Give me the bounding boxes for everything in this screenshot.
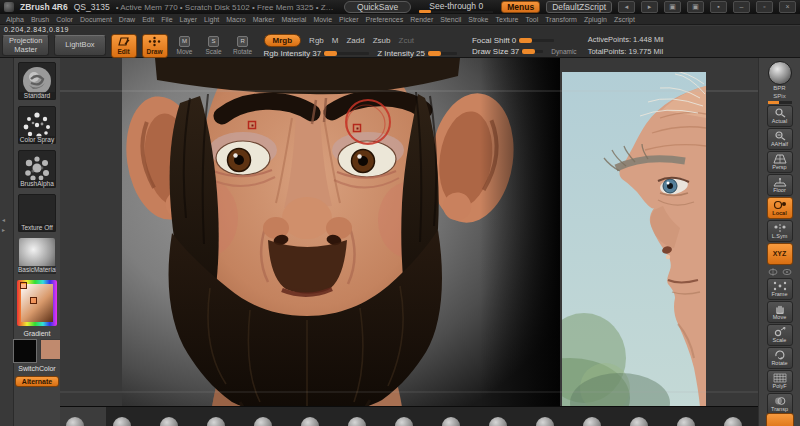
rotate-canvas-button[interactable]: Rotate — [767, 347, 793, 369]
menu-item[interactable]: Edit — [139, 16, 157, 23]
menu-item[interactable]: Preferences — [363, 16, 407, 23]
focal-shift-slider[interactable]: Focal Shift 0 — [472, 36, 554, 45]
local-symmetry-button[interactable]: L.Sym — [767, 220, 793, 242]
menu-item[interactable]: Draw — [116, 16, 138, 23]
z-intensity-slider[interactable]: Z Intensity 25 — [377, 49, 457, 58]
load-config-icon[interactable]: ▣ — [687, 1, 704, 13]
xyz-symmetry-button[interactable]: XYZ — [767, 243, 793, 265]
menu-item[interactable]: File — [158, 16, 175, 23]
move-mode-button[interactable]: M Move — [173, 35, 197, 57]
menu-item[interactable]: Stencil — [437, 16, 464, 23]
tool-thumbnail[interactable] — [395, 417, 413, 426]
tool-thumbnail[interactable] — [348, 417, 366, 426]
menu-item[interactable]: Light — [201, 16, 222, 23]
focal-shift-handle[interactable] — [519, 38, 532, 43]
menu-item[interactable]: Stroke — [465, 16, 491, 23]
tool-thumbnail[interactable] — [724, 417, 742, 426]
tool-thumbnail[interactable] — [489, 417, 507, 426]
local-transform-button[interactable]: Local — [767, 197, 793, 219]
m-button[interactable]: M — [332, 36, 339, 45]
see-through-handle[interactable] — [419, 10, 431, 13]
tool-thumbnail[interactable] — [113, 417, 131, 426]
ghost-button[interactable] — [766, 413, 794, 426]
quicksave-button[interactable]: QuickSave — [344, 1, 411, 13]
menu-item[interactable]: Material — [278, 16, 309, 23]
canvas-viewport[interactable] — [60, 58, 758, 407]
dynamic-toggle[interactable]: Dynamic — [551, 48, 576, 55]
move-canvas-button[interactable]: Move — [767, 301, 793, 323]
color-picker[interactable] — [17, 280, 57, 326]
bpr-render-button[interactable]: BPR — [768, 61, 792, 92]
main-color-swatch[interactable] — [13, 339, 37, 363]
lock-icon[interactable]: ▪ — [710, 1, 727, 13]
rgb-intensity-slider[interactable]: Rgb Intensity 37 — [264, 49, 370, 58]
menu-item[interactable]: Brush — [28, 16, 52, 23]
menu-item[interactable]: Alpha — [3, 16, 27, 23]
rotate-mode-button[interactable]: R Rotate — [231, 35, 255, 57]
canvas-area[interactable] — [60, 58, 758, 407]
see-through-slider[interactable]: See-through 0 — [417, 1, 495, 13]
aahalf-button[interactable]: AAHalf — [767, 128, 793, 150]
secondary-color-swatch[interactable] — [40, 339, 61, 360]
perspective-button[interactable]: Persp — [767, 151, 793, 173]
left-tray-divider[interactable]: ◂ ▸ — [0, 58, 14, 426]
left-tray-toggle-icon[interactable]: ◂ — [618, 1, 635, 13]
spix-handle[interactable] — [768, 101, 779, 104]
minimize-button[interactable]: – — [733, 1, 750, 13]
menu-item[interactable]: Document — [77, 16, 115, 23]
menu-item[interactable]: Marker — [250, 16, 278, 23]
menu-item[interactable]: Layer — [177, 16, 201, 23]
tool-thumbnail[interactable] — [442, 417, 460, 426]
floor-grid-button[interactable]: Floor — [767, 174, 793, 196]
tool-thumbnail[interactable] — [207, 417, 225, 426]
scale-mode-button[interactable]: S Scale — [202, 35, 226, 57]
tool-thumbnail[interactable] — [630, 417, 648, 426]
menu-item[interactable]: Tool — [522, 16, 541, 23]
z-intensity-handle[interactable] — [428, 51, 441, 56]
tool-thumbnail[interactable] — [536, 417, 554, 426]
close-button[interactable]: × — [779, 1, 796, 13]
rgb-intensity-handle[interactable] — [324, 51, 337, 56]
scale-canvas-button[interactable]: Scale — [767, 324, 793, 346]
bottom-tray[interactable] — [60, 406, 758, 426]
hue-selector[interactable] — [20, 282, 27, 289]
zcut-button[interactable]: Zcut — [399, 36, 415, 45]
tool-thumbnail[interactable] — [254, 417, 272, 426]
alternate-button[interactable]: Alternate — [15, 376, 59, 387]
menu-item[interactable]: Zplugin — [581, 16, 610, 23]
tool-thumbnail[interactable] — [583, 417, 601, 426]
switch-color-label[interactable]: SwitchColor — [18, 365, 55, 372]
menu-item[interactable]: Transform — [542, 16, 580, 23]
menu-item[interactable]: Texture — [492, 16, 521, 23]
tool-thumbnail[interactable] — [677, 417, 695, 426]
menu-item[interactable]: Zscript — [611, 16, 638, 23]
store-config-icon[interactable]: ▣ — [664, 1, 681, 13]
right-tray-toggle-icon[interactable]: ▸ — [641, 1, 658, 13]
draw-size-handle[interactable] — [522, 49, 535, 54]
default-zscript-button[interactable]: DefaultZScript — [546, 1, 612, 13]
gradient-label[interactable]: Gradient — [24, 330, 51, 337]
mrgb-button[interactable]: Mrgb — [264, 34, 302, 47]
frame-button[interactable]: Frame — [767, 278, 793, 300]
tool-thumbnail[interactable] — [301, 417, 319, 426]
menu-item[interactable]: Picker — [336, 16, 361, 23]
zadd-button[interactable]: Zadd — [346, 36, 364, 45]
polyframe-button[interactable]: PolyF — [767, 370, 793, 392]
menu-item[interactable]: Movie — [310, 16, 335, 23]
lightbox-button[interactable]: LightBox — [54, 35, 105, 55]
menu-item[interactable]: Render — [407, 16, 436, 23]
draw-mode-button[interactable]: Draw — [142, 34, 168, 58]
spin-z-icon[interactable] — [782, 268, 792, 276]
draw-size-slider[interactable]: Draw Size 37 — [472, 47, 543, 56]
transparency-button[interactable]: Transp — [767, 393, 793, 415]
actual-size-button[interactable]: Actual — [767, 105, 793, 127]
color-picker-sv-square[interactable] — [21, 284, 53, 322]
tool-thumbnail[interactable] — [160, 417, 178, 426]
spix-slider[interactable]: SPix — [768, 93, 792, 104]
projection-master-button[interactable]: Projection Master — [2, 35, 49, 56]
rgb-button[interactable]: Rgb — [309, 36, 324, 45]
menu-item[interactable]: Macro — [223, 16, 248, 23]
spin-y-icon[interactable] — [768, 268, 778, 276]
menus-toggle-button[interactable]: Menus — [501, 1, 540, 13]
zsub-button[interactable]: Zsub — [373, 36, 391, 45]
